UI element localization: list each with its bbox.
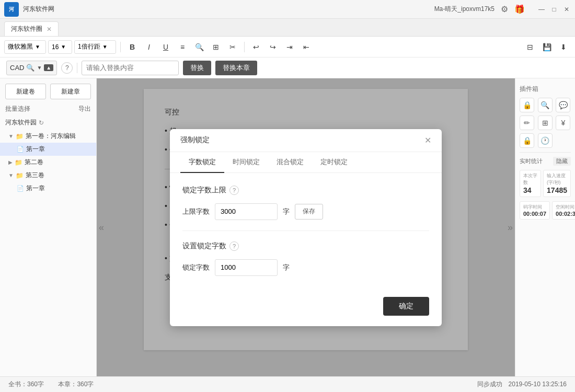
plugin-divider	[520, 152, 571, 153]
ch1-label: 第一章	[26, 145, 45, 154]
collapse-icon: ▼	[8, 133, 14, 139]
table-btn[interactable]: ⊞	[209, 40, 223, 54]
chevron-down-icon: ▼	[102, 44, 108, 50]
section2-help-icon[interactable]: ?	[229, 241, 239, 251]
app-name: 河东软件网	[23, 5, 54, 14]
confirm-btn[interactable]: 确定	[383, 297, 429, 316]
modal-tab-mixed[interactable]: 混合锁定	[268, 152, 312, 173]
gift-icon[interactable]: 🎁	[514, 4, 525, 14]
settings-icon[interactable]: ⚙	[501, 4, 508, 14]
statusbar: 全书：360字 本章：360字 同步成功 2019-05-10 13:25:16	[0, 376, 575, 392]
bold-btn[interactable]: B	[125, 40, 140, 54]
plugin-icon-edit[interactable]: ✏	[520, 116, 534, 130]
plugin-icon-lock2[interactable]: 🔒	[520, 133, 534, 148]
refresh-icon[interactable]: ↻	[39, 119, 44, 126]
search-arrow-up[interactable]: ▲	[44, 64, 53, 71]
plugin-icon-table[interactable]: ⊞	[538, 116, 553, 130]
italic-btn[interactable]: I	[142, 40, 156, 54]
tab-label: 河东软件圈	[11, 25, 42, 33]
search-input-group: CAD 🔍 ▼ ▲	[6, 61, 57, 75]
section1-help-icon[interactable]: ?	[229, 186, 239, 195]
redo-btn[interactable]: ↪	[266, 40, 280, 54]
stats-idle-time: 空闲时间 00:02:32	[552, 201, 575, 220]
lock-count-row: 锁定字数 字	[182, 259, 429, 276]
plugin-icon-yen[interactable]: ¥	[556, 116, 570, 130]
close-btn[interactable]: ✕	[562, 5, 571, 14]
modal-tab-time[interactable]: 时间锁定	[224, 152, 268, 173]
titlebar: 河 河东软件网 Ma-晴天_ipoxvm17k5 ⚙ 🎁 — □ ✕	[0, 0, 575, 19]
upper-limit-label: 上限字数	[182, 207, 210, 216]
vol2-label: 第二卷	[25, 158, 43, 167]
help-btn[interactable]: ?	[61, 62, 73, 74]
chapter-word-count: 本章：360字	[58, 381, 94, 388]
tree-item-vol1[interactable]: ▼ 📁 第一卷：河东编辑	[0, 130, 96, 143]
plugin-icon-comment[interactable]: 💬	[556, 98, 570, 112]
modal-title: 强制锁定	[180, 135, 210, 145]
search-arrow-down[interactable]: ▼	[37, 65, 42, 71]
new-chapter-btn[interactable]: 新建章	[50, 84, 91, 99]
content-area: « 可控 • 超 • 每 ———————————————— • 快 • 实 • …	[97, 78, 515, 376]
sidebar-toolbar: 批量选择 导出	[0, 102, 96, 116]
font-size-select[interactable]: 16 ▼	[48, 40, 72, 54]
stats-this-time-label: 本次字数	[523, 172, 537, 186]
toolbar-icon2-btn[interactable]: 💾	[539, 40, 554, 54]
stats-input-speed-value: 17485	[547, 186, 567, 194]
stats-typing-time-label: 码字时间	[523, 204, 546, 211]
chevron-down-icon: ▼	[35, 44, 40, 50]
scissors-btn[interactable]: ✂	[225, 40, 240, 54]
tree-item-vol3[interactable]: ▼ 📁 第三卷	[0, 169, 96, 182]
divider2	[244, 42, 245, 52]
section1-title: 锁定字数上限 ?	[182, 186, 429, 195]
search-icon[interactable]: 🔍	[26, 64, 34, 72]
maximize-btn[interactable]: □	[550, 5, 558, 14]
tab-close-icon[interactable]: ✕	[47, 26, 52, 33]
font-family-select[interactable]: 微软雅黑 ▼	[4, 40, 46, 54]
tree-item-vol2[interactable]: ▶ 📁 第二卷	[0, 156, 96, 169]
modal-tab-wordcount[interactable]: 字数锁定	[180, 152, 224, 173]
lock-count-input[interactable]	[215, 259, 278, 276]
search-btn[interactable]: 🔍	[192, 40, 206, 54]
undo-btn[interactable]: ↩	[249, 40, 263, 54]
stats-hide-btn[interactable]: 隐藏	[553, 157, 571, 166]
titlebar-left: 河 河东软件网	[4, 2, 54, 17]
plugin-icon-lock[interactable]: 🔒	[520, 98, 534, 112]
modal-overlay[interactable]: 强制锁定 ✕ 字数锁定 时间锁定 混合锁定 定时锁定 锁定字数上限 ?	[97, 78, 515, 376]
stats-input-speed-label: 输入速度 (字/秒)	[547, 172, 567, 186]
upper-limit-unit: 字	[283, 207, 290, 216]
underline-btn[interactable]: U	[158, 40, 173, 54]
tree-item-ch1[interactable]: 📄 第一章	[0, 143, 96, 156]
export-btn[interactable]: 导出	[78, 105, 91, 113]
replace-button[interactable]: 替换	[183, 61, 211, 75]
stats-input-speed: 输入速度 (字/秒) 17485	[543, 170, 571, 197]
plugin-icon-clock[interactable]: 🕐	[538, 133, 553, 148]
toolbar-icon3-btn[interactable]: ⬇	[556, 40, 571, 54]
tree-item-ch2[interactable]: 📄 第一章	[0, 182, 96, 195]
stats-row2: 码字时间 00:00:07 空闲时间 00:02:32	[520, 201, 571, 220]
tabbar: 河东软件圈 ✕	[0, 19, 575, 37]
indent-btn[interactable]: ⇥	[282, 40, 297, 54]
new-volume-btn[interactable]: 新建卷	[5, 84, 46, 99]
plugin-icon-search[interactable]: 🔍	[538, 98, 553, 112]
replace-input[interactable]	[82, 61, 179, 75]
stats-typing-time-value: 00:00:07	[523, 211, 546, 217]
align-btn[interactable]: ≡	[175, 40, 190, 54]
line-height-select[interactable]: 1倍行距 ▼	[74, 40, 116, 54]
collapse-icon2: ▶	[8, 159, 13, 165]
toolbar-icon1-btn[interactable]: ⊟	[523, 40, 537, 54]
doc-icon2: 📄	[17, 185, 24, 192]
tab-main[interactable]: 河东软件圈 ✕	[4, 21, 59, 36]
doc-icon: 📄	[17, 146, 24, 153]
modal-tab-timer[interactable]: 定时锁定	[312, 152, 356, 173]
stats-this-time: 本次字数 34	[520, 170, 541, 197]
batch-select-btn[interactable]: 批量选择	[5, 105, 30, 113]
replace-chapter-button[interactable]: 替换本章	[215, 61, 257, 75]
sidebar-actions: 新建卷 新建章	[0, 78, 96, 102]
modal-close-btn[interactable]: ✕	[424, 135, 431, 145]
minimize-btn[interactable]: —	[537, 5, 546, 14]
modal-divider	[182, 230, 429, 231]
save-btn[interactable]: 保存	[295, 204, 323, 220]
stats-idle-time-label: 空闲时间	[556, 204, 575, 211]
upper-limit-input[interactable]	[215, 203, 278, 220]
outdent-btn[interactable]: ⇤	[299, 40, 314, 54]
workspace-item[interactable]: 河东软件园 ↻	[0, 116, 96, 130]
